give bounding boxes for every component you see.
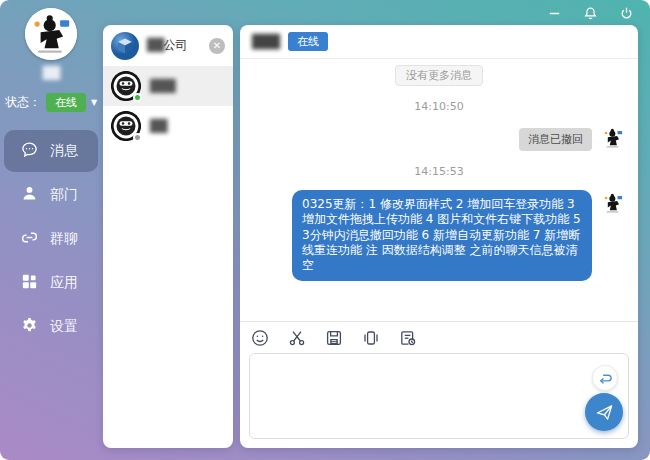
message-bubble: 0325更新：1 修改界面样式 2 增加回车登录功能 3 增加文件拖拽上传功能 … bbox=[292, 190, 592, 281]
sidebar-item-label: 部门 bbox=[50, 186, 78, 204]
sidebar-item-label: 设置 bbox=[50, 318, 78, 336]
composer-toolbar bbox=[249, 327, 629, 353]
group-name: ██公司 bbox=[147, 37, 187, 54]
self-avatar bbox=[600, 125, 626, 151]
status-label: 状态： bbox=[5, 94, 41, 111]
contact-row-1[interactable]: ███ bbox=[103, 66, 233, 106]
emoji-icon[interactable] bbox=[251, 329, 269, 347]
message-list: 没有更多消息 14:10:50 消息已撤回 14:15:53 0325更新：1 … bbox=[240, 59, 638, 321]
company-avatar bbox=[111, 32, 139, 60]
send-button[interactable] bbox=[585, 393, 623, 431]
outgoing-message-row: 0325更新：1 修改界面样式 2 增加回车登录功能 3 增加文件拖拽上传功能 … bbox=[252, 190, 626, 281]
timestamp: 14:10:50 bbox=[252, 100, 626, 113]
contact-row-2[interactable]: ██ bbox=[103, 106, 233, 146]
status-row: 状态： 在线 ▼ bbox=[5, 93, 97, 112]
sidebar-item-apps[interactable]: 应用 bbox=[4, 262, 98, 304]
power-icon[interactable] bbox=[618, 5, 634, 21]
sidebar-item-settings[interactable]: 设置 bbox=[4, 306, 98, 348]
return-button[interactable] bbox=[592, 365, 618, 391]
bell-icon[interactable] bbox=[582, 5, 598, 21]
chat-online-badge: 在线 bbox=[288, 32, 328, 51]
chat-history-icon[interactable] bbox=[399, 329, 417, 347]
contacts-panel: ██公司 ✕ ███ ██ bbox=[103, 25, 233, 448]
save-file-icon[interactable] bbox=[325, 329, 343, 347]
contact-avatar bbox=[111, 71, 141, 101]
no-more-messages-pill: 没有更多消息 bbox=[395, 65, 483, 86]
group-chat-icon bbox=[20, 228, 39, 250]
close-icon[interactable]: ✕ bbox=[209, 38, 225, 54]
minimize-icon[interactable] bbox=[546, 5, 562, 21]
contact-avatar bbox=[111, 111, 141, 141]
phone-icon[interactable] bbox=[362, 329, 380, 347]
online-dot bbox=[133, 93, 142, 102]
chat-title: ███ bbox=[252, 34, 279, 49]
chat-header: ███ 在线 bbox=[240, 25, 638, 59]
sidebar-item-departments[interactable]: 部门 bbox=[4, 174, 98, 216]
sidebar-item-label: 群聊 bbox=[50, 230, 78, 248]
sidebar-item-messages[interactable]: 消息 bbox=[4, 130, 98, 172]
sidebar-item-label: 消息 bbox=[50, 142, 78, 160]
contact-name: ███ bbox=[150, 79, 175, 93]
settings-icon bbox=[20, 316, 39, 338]
composer bbox=[240, 321, 638, 448]
chat-panel: ███ 在线 没有更多消息 14:10:50 消息已撤回 14:15:53 03… bbox=[240, 25, 638, 448]
recalled-bubble: 消息已撤回 bbox=[519, 128, 592, 151]
username: ██ bbox=[43, 66, 59, 80]
app-window: ██ 状态： 在线 ▼ 消息 部门 群聊 应用 bbox=[0, 0, 650, 460]
recalled-message-row: 消息已撤回 bbox=[252, 125, 626, 151]
message-input[interactable] bbox=[250, 354, 628, 438]
sidebar-nav: 消息 部门 群聊 应用 设置 bbox=[0, 128, 102, 350]
message-icon bbox=[20, 140, 39, 162]
screenshot-scissors-icon[interactable] bbox=[288, 329, 306, 347]
timestamp: 14:15:53 bbox=[252, 165, 626, 178]
message-input-wrap bbox=[249, 353, 629, 439]
sidebar: ██ 状态： 在线 ▼ 消息 部门 群聊 应用 bbox=[0, 0, 102, 460]
sidebar-item-group-chat[interactable]: 群聊 bbox=[4, 218, 98, 260]
titlebar bbox=[0, 0, 650, 26]
contact-name: ██ bbox=[150, 119, 166, 133]
chevron-down-icon[interactable]: ▼ bbox=[91, 98, 97, 107]
department-icon bbox=[20, 184, 39, 206]
offline-dot bbox=[133, 133, 142, 142]
self-avatar bbox=[600, 190, 626, 216]
apps-icon bbox=[20, 272, 39, 294]
sidebar-item-label: 应用 bbox=[50, 274, 78, 292]
group-row-company[interactable]: ██公司 ✕ bbox=[103, 25, 233, 66]
status-badge[interactable]: 在线 bbox=[46, 93, 86, 112]
